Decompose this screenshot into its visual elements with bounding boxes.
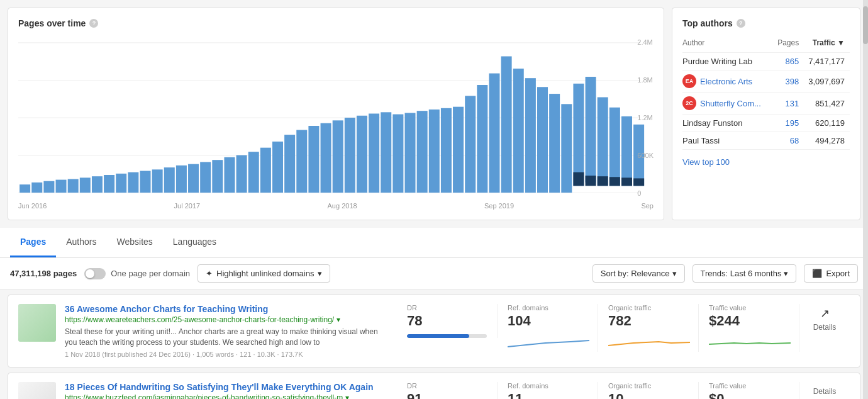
svg-rect-46 [513,69,524,193]
ref-domains-metric: Ref. domains 104 [498,304,598,352]
export-button[interactable]: ⬛ Export [804,264,858,283]
author-avatar: 2C [682,96,696,110]
svg-rect-9 [68,179,79,193]
table-row: 2C Shutterfly Com... 131 851,427 [682,93,850,115]
metrics-area: DR 78 Ref. domains 104 Org [397,304,850,352]
svg-rect-56 [598,176,608,186]
highlight-btn[interactable]: ✦ Highlight unlinked domains ▾ [198,264,330,283]
svg-rect-5 [19,184,30,193]
col-traffic: Traffic ▼ [804,36,850,53]
thumb-image [18,382,56,399]
sort-label: Sort by: Relevance [601,269,670,278]
svg-rect-59 [621,116,632,186]
trends-button[interactable]: Trends: Last 6 months ▾ [693,264,797,283]
svg-rect-13 [116,174,126,193]
svg-rect-60 [621,177,632,186]
results-list: 36 Awesome Anchor Charts for Teaching Wr… [0,289,868,399]
svg-rect-39 [429,110,440,193]
chart-info-icon[interactable]: ? [89,19,98,28]
highlight-label: Highlight unlinked domains [216,269,314,278]
traffic-value-metric: Traffic value $0 [699,382,799,399]
svg-rect-34 [369,114,379,193]
svg-rect-53 [586,77,596,183]
dr-bar [407,334,487,338]
sort-chevron: ▾ [672,269,677,278]
svg-rect-40 [441,108,452,193]
svg-rect-36 [392,115,403,193]
svg-rect-25 [260,148,271,193]
svg-rect-31 [333,120,343,193]
svg-rect-29 [308,126,319,193]
traffic-value-metric: Traffic value $244 [699,304,799,352]
svg-rect-35 [381,112,391,193]
author-traffic: 3,097,697 [804,70,850,93]
dr-metric: DR 91 [397,382,498,399]
svg-rect-43 [477,85,487,193]
dropdown-icon[interactable]: ▾ [337,315,340,324]
result-url-text[interactable]: https://www.buzzfeed.com/jasminnahar/pie… [65,393,343,399]
svg-rect-19 [188,164,199,193]
chart-area: 2.4M 1.8M 1.2M 600K 0 [18,36,654,200]
toggle-wrapper: One page per domain [84,268,190,279]
svg-rect-21 [212,160,223,193]
svg-rect-57 [609,108,620,186]
svg-rect-48 [537,87,548,193]
organic-traffic-metric: Organic traffic 10 [598,382,699,399]
result-title[interactable]: 18 Pieces Of Handwriting So Satisfying T… [65,382,374,392]
authors-panel: Top authors ? Author Pages Traffic ▼ P [672,8,860,220]
trends-label: Trends: Last 6 months [701,269,782,278]
highlight-icon: ✦ [206,269,213,278]
tab-pages[interactable]: Pages [10,228,56,257]
tab-languages[interactable]: Languages [163,228,226,257]
details-col: ↗ Details [799,304,850,332]
author-pages[interactable]: 865 [775,53,804,70]
sort-button[interactable]: Sort by: Relevance ▾ [593,264,685,283]
author-pages[interactable]: 68 [775,132,804,150]
export-label: Export [826,269,850,278]
table-row: Purdue Writing Lab 865 7,417,177 [682,53,850,70]
svg-rect-47 [525,78,536,193]
svg-rect-7 [43,181,54,193]
toggle-label: One page per domain [111,269,190,278]
view-top-link[interactable]: View top 100 [682,157,850,167]
authors-info-icon[interactable]: ? [737,19,745,28]
svg-rect-14 [128,172,138,193]
traffic-value-chart [709,333,789,352]
svg-rect-27 [284,135,295,193]
result-thumbnail [18,304,56,342]
svg-rect-44 [489,74,499,193]
details-label[interactable]: Details [813,387,837,396]
result-meta: 1 Nov 2018 (first published 24 Dec 2016)… [65,351,388,358]
svg-rect-20 [200,162,211,193]
details-label[interactable]: Details [813,323,837,332]
metrics-area: DR 91 Ref. domains 11 Orga [397,382,850,399]
author-name: Paul Tassi [682,132,775,150]
scrollbar-thumb[interactable] [863,6,868,44]
author-pages[interactable]: 195 [775,115,804,132]
svg-rect-26 [272,142,283,193]
svg-rect-45 [501,57,512,193]
dropdown-icon[interactable]: ▾ [345,393,349,399]
svg-rect-52 [573,172,584,186]
svg-rect-55 [598,98,608,186]
result-url-text[interactable]: https://www.weareteachers.com/25-awesome… [65,315,334,324]
svg-rect-6 [31,183,42,193]
result-content: 18 Pieces Of Handwriting So Satisfying T… [65,382,388,399]
author-name: Lindsay Funston [682,115,775,132]
scrollbar[interactable] [863,0,868,399]
author-traffic: 7,417,177 [804,53,850,70]
svg-rect-30 [321,123,331,193]
tab-authors[interactable]: Authors [56,228,106,257]
tab-websites[interactable]: Websites [107,228,163,257]
author-name: EA Electronic Arts [682,70,775,93]
trends-chevron: ▾ [784,269,788,278]
author-pages[interactable]: 131 [775,93,804,115]
svg-rect-54 [586,176,596,186]
result-title[interactable]: 36 Awesome Anchor Charts for Teaching Wr… [65,304,268,314]
chart-panel: Pages over time ? 2.4M 1.8M 1.2M 600K 0 [8,8,664,220]
svg-rect-38 [417,111,428,193]
details-col: Details [799,382,850,396]
one-page-toggle[interactable] [84,268,106,279]
authors-table: Author Pages Traffic ▼ Purdue Writing La… [682,36,850,150]
author-pages[interactable]: 398 [775,70,804,93]
